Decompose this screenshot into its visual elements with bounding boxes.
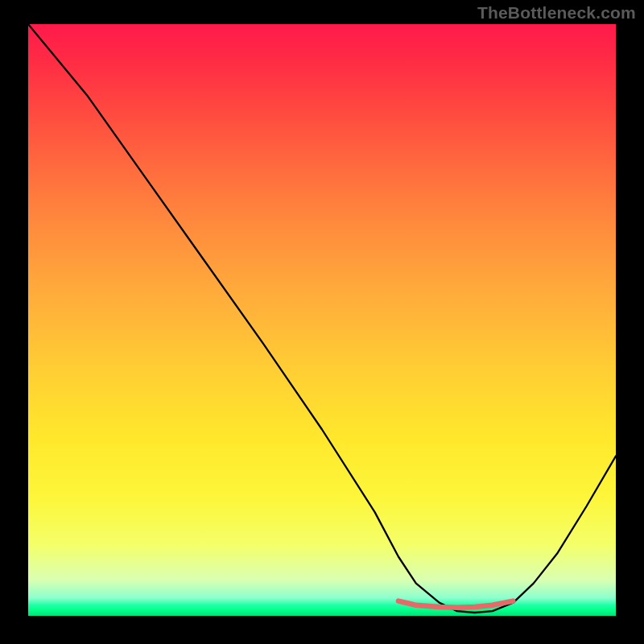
optimal-band-curve [398,601,513,608]
plot-area [28,24,616,616]
watermark-text: TheBottleneck.com [477,3,636,23]
chart-frame: TheBottleneck.com [0,0,644,644]
bottleneck-curve [28,24,616,613]
curves-svg [28,24,616,616]
